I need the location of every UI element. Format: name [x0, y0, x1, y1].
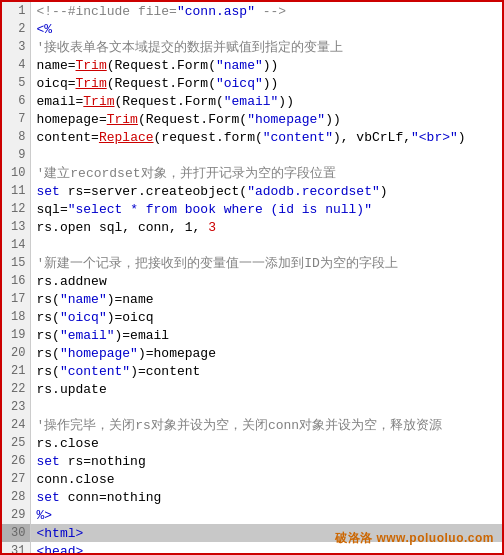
line-content: homepage=Trim(Request.Form("homepage"))	[30, 110, 502, 128]
line-content	[30, 146, 502, 164]
line-number: 14	[2, 236, 30, 254]
line-content: rs.close	[30, 434, 502, 452]
line-content	[30, 236, 502, 254]
line-content: rs("homepage")=homepage	[30, 344, 502, 362]
line-content: sql="select * from book where (id is nul…	[30, 200, 502, 218]
line-content: set rs=server.createobject("adodb.record…	[30, 182, 502, 200]
line-content: conn.close	[30, 470, 502, 488]
line-number: 27	[2, 470, 30, 488]
line-content: <%	[30, 20, 502, 38]
line-number: 30	[2, 524, 30, 542]
line-number: 28	[2, 488, 30, 506]
line-number: 15	[2, 254, 30, 272]
line-content: email=Trim(Request.Form("email"))	[30, 92, 502, 110]
line-content: rs.update	[30, 380, 502, 398]
line-content: oicq=Trim(Request.Form("oicq"))	[30, 74, 502, 92]
line-number: 2	[2, 20, 30, 38]
line-number: 4	[2, 56, 30, 74]
line-number: 26	[2, 452, 30, 470]
line-number: 6	[2, 92, 30, 110]
line-number: 11	[2, 182, 30, 200]
line-content: '建立recordset对象，并打开记录为空的字段位置	[30, 164, 502, 182]
line-number: 8	[2, 128, 30, 146]
line-number: 9	[2, 146, 30, 164]
line-number: 7	[2, 110, 30, 128]
line-number: 5	[2, 74, 30, 92]
line-number: 18	[2, 308, 30, 326]
line-content: name=Trim(Request.Form("name"))	[30, 56, 502, 74]
line-number: 10	[2, 164, 30, 182]
line-number: 20	[2, 344, 30, 362]
line-number: 31	[2, 542, 30, 555]
line-content: content=Replace(request.form("content"),…	[30, 128, 502, 146]
line-number: 24	[2, 416, 30, 434]
line-number: 17	[2, 290, 30, 308]
line-content: rs("email")=email	[30, 326, 502, 344]
line-content: rs.addnew	[30, 272, 502, 290]
line-content: set rs=nothing	[30, 452, 502, 470]
line-number: 19	[2, 326, 30, 344]
line-number: 22	[2, 380, 30, 398]
line-number: 29	[2, 506, 30, 524]
line-content	[30, 398, 502, 416]
line-content: %>	[30, 506, 502, 524]
line-number: 23	[2, 398, 30, 416]
line-content: rs("content")=content	[30, 362, 502, 380]
line-number: 13	[2, 218, 30, 236]
line-number: 21	[2, 362, 30, 380]
line-content: rs.open sql, conn, 1, 3	[30, 218, 502, 236]
line-content: rs("oicq")=oicq	[30, 308, 502, 326]
line-number: 12	[2, 200, 30, 218]
line-number: 16	[2, 272, 30, 290]
line-content: <!--#include file="conn.asp" -->	[30, 2, 502, 20]
line-content: rs("name")=name	[30, 290, 502, 308]
line-number: 25	[2, 434, 30, 452]
code-editor: 1<!--#include file="conn.asp" -->2<%3'接收…	[0, 0, 504, 555]
line-number: 3	[2, 38, 30, 56]
line-content: '新建一个记录，把接收到的变量值一一添加到ID为空的字段上	[30, 254, 502, 272]
line-number: 1	[2, 2, 30, 20]
line-content: '操作完毕，关闭rs对象并设为空，关闭conn对象并设为空，释放资源	[30, 416, 502, 434]
watermark: 破洛洛 www.poluoluo.com	[335, 530, 494, 547]
line-content: '接收表单各文本域提交的数据并赋值到指定的变量上	[30, 38, 502, 56]
line-content: set conn=nothing	[30, 488, 502, 506]
code-table: 1<!--#include file="conn.asp" -->2<%3'接收…	[2, 2, 502, 555]
